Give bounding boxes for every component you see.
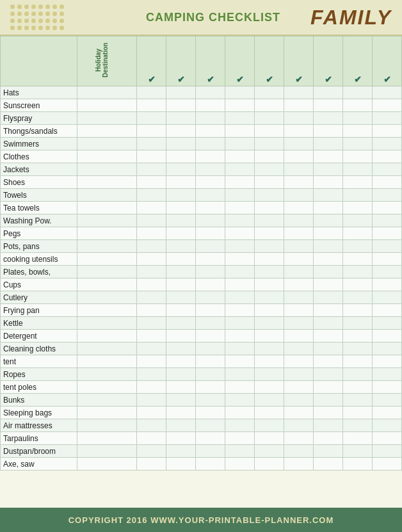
check-cell[interactable] (284, 99, 314, 112)
check-cell[interactable] (196, 176, 225, 189)
check-cell[interactable] (166, 176, 196, 189)
check-cell[interactable] (373, 176, 402, 189)
check-cell[interactable] (373, 253, 402, 266)
check-cell[interactable] (225, 253, 255, 266)
check-cell[interactable] (166, 394, 196, 407)
check-cell[interactable] (137, 176, 166, 189)
check-cell[interactable] (137, 330, 166, 343)
holiday-dest-cell[interactable] (77, 125, 137, 138)
check-cell[interactable] (166, 445, 196, 458)
check-cell[interactable] (314, 291, 343, 304)
check-cell[interactable] (166, 343, 196, 355)
holiday-dest-cell[interactable] (77, 394, 137, 407)
check-cell[interactable] (196, 330, 225, 343)
check-cell[interactable] (343, 355, 373, 368)
check-cell[interactable] (284, 227, 314, 240)
check-cell[interactable] (255, 266, 284, 278)
check-cell[interactable] (225, 214, 255, 227)
check-cell[interactable] (284, 189, 314, 202)
check-cell[interactable] (284, 304, 314, 317)
check-cell[interactable] (137, 125, 166, 138)
check-cell[interactable] (166, 419, 196, 432)
check-cell[interactable] (196, 381, 225, 394)
check-cell[interactable] (314, 304, 343, 317)
check-cell[interactable] (137, 381, 166, 394)
check-cell[interactable] (343, 227, 373, 240)
check-cell[interactable] (137, 227, 166, 240)
check-cell[interactable] (314, 419, 343, 432)
check-cell[interactable] (314, 266, 343, 278)
check-cell[interactable] (373, 381, 402, 394)
check-cell[interactable] (284, 138, 314, 150)
check-cell[interactable] (314, 150, 343, 163)
check-cell[interactable] (314, 253, 343, 266)
check-cell[interactable] (314, 176, 343, 189)
check-cell[interactable] (284, 419, 314, 432)
check-cell[interactable] (373, 445, 402, 458)
check-cell[interactable] (373, 266, 402, 278)
check-cell[interactable] (373, 278, 402, 291)
holiday-dest-cell[interactable] (77, 163, 137, 176)
holiday-dest-cell[interactable] (77, 304, 137, 317)
check-cell[interactable] (166, 381, 196, 394)
check-cell[interactable] (225, 278, 255, 291)
check-cell[interactable] (137, 304, 166, 317)
check-cell[interactable] (373, 227, 402, 240)
check-cell[interactable] (166, 138, 196, 150)
check-cell[interactable] (137, 317, 166, 330)
check-cell[interactable] (225, 419, 255, 432)
check-cell[interactable] (137, 99, 166, 112)
check-cell[interactable] (166, 317, 196, 330)
check-cell[interactable] (137, 163, 166, 176)
check-cell[interactable] (284, 330, 314, 343)
check-cell[interactable] (255, 355, 284, 368)
check-cell[interactable] (255, 163, 284, 176)
check-cell[interactable] (343, 381, 373, 394)
check-cell[interactable] (137, 138, 166, 150)
check-cell[interactable] (225, 330, 255, 343)
check-cell[interactable] (314, 125, 343, 138)
check-cell[interactable] (225, 432, 255, 445)
holiday-dest-cell[interactable] (77, 432, 137, 445)
holiday-dest-cell[interactable] (77, 317, 137, 330)
check-cell[interactable] (343, 432, 373, 445)
check-cell[interactable] (284, 253, 314, 266)
check-cell[interactable] (373, 189, 402, 202)
check-cell[interactable] (225, 304, 255, 317)
holiday-dest-cell[interactable] (77, 419, 137, 432)
check-cell[interactable] (225, 112, 255, 125)
check-cell[interactable] (166, 99, 196, 112)
check-cell[interactable] (373, 214, 402, 227)
check-cell[interactable] (284, 176, 314, 189)
check-cell[interactable] (255, 278, 284, 291)
check-cell[interactable] (343, 368, 373, 381)
check-cell[interactable] (137, 189, 166, 202)
check-cell[interactable] (373, 330, 402, 343)
check-cell[interactable] (196, 266, 225, 278)
holiday-dest-cell[interactable] (77, 330, 137, 343)
check-cell[interactable] (196, 355, 225, 368)
check-cell[interactable] (343, 407, 373, 419)
holiday-dest-cell[interactable] (77, 278, 137, 291)
check-cell[interactable] (255, 240, 284, 253)
check-cell[interactable] (314, 189, 343, 202)
holiday-dest-cell[interactable] (77, 176, 137, 189)
check-cell[interactable] (343, 150, 373, 163)
check-cell[interactable] (255, 214, 284, 227)
check-cell[interactable] (284, 291, 314, 304)
check-cell[interactable] (255, 368, 284, 381)
check-cell[interactable] (284, 214, 314, 227)
check-cell[interactable] (343, 163, 373, 176)
check-cell[interactable] (166, 150, 196, 163)
check-cell[interactable] (284, 368, 314, 381)
check-cell[interactable] (225, 394, 255, 407)
holiday-dest-cell[interactable] (77, 138, 137, 150)
check-cell[interactable] (137, 240, 166, 253)
check-cell[interactable] (373, 138, 402, 150)
check-cell[interactable] (166, 407, 196, 419)
check-cell[interactable] (343, 240, 373, 253)
check-cell[interactable] (255, 304, 284, 317)
check-cell[interactable] (284, 317, 314, 330)
check-cell[interactable] (196, 407, 225, 419)
check-cell[interactable] (225, 317, 255, 330)
